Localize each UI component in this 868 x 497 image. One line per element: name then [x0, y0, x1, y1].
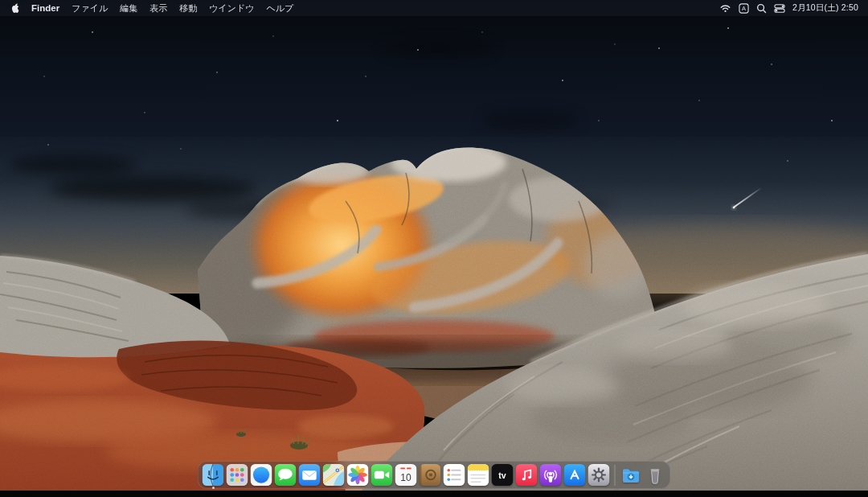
dock-item-messages[interactable]: [275, 464, 297, 486]
dock-item-downloads[interactable]: [620, 464, 642, 486]
wallpaper-image: [0, 0, 868, 491]
dock-item-finder[interactable]: [203, 464, 224, 486]
dock-item-trash[interactable]: [645, 464, 666, 486]
menu-item-view[interactable]: 表示: [149, 2, 167, 14]
dock-item-notes[interactable]: [468, 464, 489, 486]
dock-item-facetime[interactable]: [371, 464, 393, 486]
desktop: Finder ファイル編集表示移動ウインドウヘルプ A: [0, 0, 868, 497]
menu-bar-clock[interactable]: 2月10日(土) 2:50: [792, 2, 858, 14]
wifi-icon[interactable]: [719, 3, 731, 13]
letterbox-bottom: [0, 491, 868, 497]
dock-item-calendar[interactable]: 10: [395, 464, 417, 486]
svg-text:tv: tv: [498, 470, 506, 480]
dock-item-safari[interactable]: [251, 464, 272, 486]
dock-item-contacts[interactable]: [420, 464, 441, 486]
dock-item-mail[interactable]: [299, 464, 321, 486]
dock-item-launchpad[interactable]: [227, 464, 248, 486]
dock: 10tv: [198, 461, 671, 489]
control-center-icon[interactable]: [774, 3, 785, 14]
dock-item-reminders[interactable]: [444, 464, 465, 486]
dock-item-podcasts[interactable]: [540, 464, 562, 486]
spotlight-search-icon[interactable]: [756, 3, 767, 14]
apple-menu-icon[interactable]: [10, 2, 19, 14]
dock-item-maps[interactable]: [323, 464, 345, 486]
menu-list: ファイル編集表示移動ウインドウヘルプ: [72, 2, 293, 14]
svg-text:10: 10: [400, 472, 411, 483]
active-app-name[interactable]: Finder: [31, 3, 59, 13]
menu-item-go[interactable]: 移動: [179, 2, 197, 14]
wallpaper-art: [0, 0, 868, 491]
dock-item-photos[interactable]: [347, 464, 369, 486]
menu-item-edit[interactable]: 編集: [120, 2, 137, 14]
input-source-label: A: [742, 5, 746, 12]
menu-bar: Finder ファイル編集表示移動ウインドウヘルプ A: [0, 0, 868, 16]
dock-item-music[interactable]: [516, 464, 538, 486]
dock-separator: [615, 465, 616, 486]
dock-item-tv[interactable]: tv: [492, 464, 514, 486]
dock-item-settings[interactable]: [588, 464, 610, 486]
menu-item-window[interactable]: ウインドウ: [209, 2, 254, 14]
input-source-icon[interactable]: A: [739, 3, 749, 14]
dock-item-appstore[interactable]: [564, 464, 586, 486]
running-indicator: [212, 487, 215, 489]
menu-item-file[interactable]: ファイル: [72, 2, 108, 14]
menu-item-help[interactable]: ヘルプ: [266, 2, 293, 14]
